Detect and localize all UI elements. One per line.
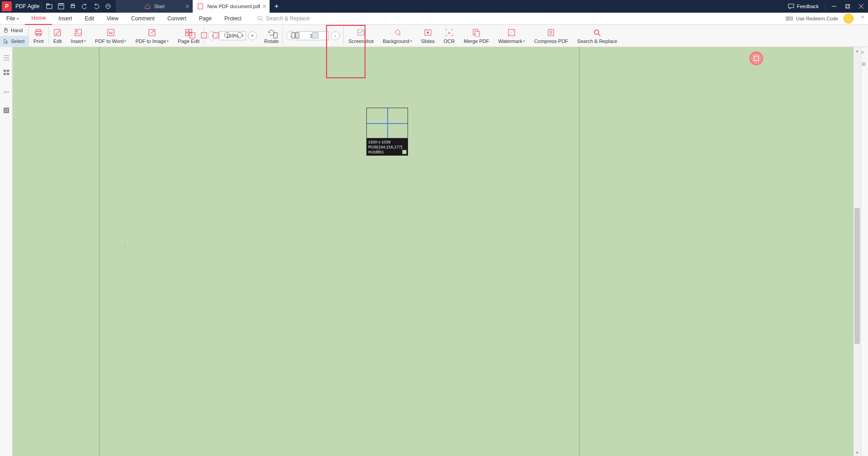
save-icon[interactable] <box>55 0 67 13</box>
underline-tool-icon[interactable] <box>199 30 209 40</box>
menu-convert[interactable]: Convert <box>161 13 193 25</box>
menu-protect[interactable]: Protect <box>218 13 248 25</box>
screenshot-button[interactable]: Screenshot <box>344 25 378 47</box>
menu-edit[interactable]: Edit <box>78 13 100 25</box>
highlight-tool-icon[interactable] <box>187 30 197 40</box>
close-icon[interactable]: × <box>262 3 266 10</box>
collapse-ribbon-button[interactable]: ⌃ <box>857 15 868 22</box>
two-page-icon[interactable] <box>290 30 300 40</box>
merge-icon <box>472 28 480 37</box>
scroll-thumb[interactable] <box>854 208 860 344</box>
feedback-button[interactable]: Feedback <box>783 4 823 9</box>
menu-home[interactable]: Home <box>25 13 52 25</box>
new-tab-button[interactable]: + <box>270 0 283 13</box>
tab-strip: Start × New PDF document.pdf × + <box>116 0 283 13</box>
menubar: File Home Insert Edit View Comment Conve… <box>0 13 868 25</box>
home-icon[interactable] <box>102 0 114 13</box>
undo-icon[interactable] <box>79 0 90 13</box>
search-box[interactable]: Search & Replace <box>257 15 310 22</box>
svg-point-45 <box>594 30 599 34</box>
compress-pdf-button[interactable]: Compress PDF <box>530 25 573 47</box>
pdf-to-image-button[interactable]: PDF to Image <box>131 25 173 47</box>
minimize-button[interactable] <box>827 0 841 13</box>
merge-pdf-button[interactable]: Merge PDF <box>459 25 493 47</box>
crosshair-vertical <box>387 108 388 138</box>
floating-action-button[interactable] <box>749 52 763 65</box>
insert-button[interactable]: Insert <box>66 25 91 47</box>
background-button[interactable]: Background <box>378 25 417 47</box>
user-avatar[interactable] <box>844 14 854 24</box>
pdf-file-icon <box>197 3 204 10</box>
screenshot-label: Screenshot <box>348 38 374 44</box>
tab-start[interactable]: Start × <box>116 0 193 13</box>
svg-point-31 <box>153 31 154 32</box>
thumbnails-panel-icon[interactable] <box>2 68 11 77</box>
scroll-track[interactable] <box>854 54 861 449</box>
watermark-button[interactable]: Watermark <box>494 25 530 47</box>
search-replace-button[interactable]: Search & Replace <box>573 25 622 47</box>
scroll-up-button[interactable]: ▴ <box>854 47 861 54</box>
svg-rect-48 <box>201 33 207 38</box>
menu-comment[interactable]: Comment <box>125 13 161 25</box>
pdf-to-word-label: PDF to Word <box>95 38 126 44</box>
ocr-button[interactable]: A OCR <box>439 25 459 47</box>
tab-document[interactable]: New PDF document.pdf × <box>193 0 270 13</box>
vertical-scrollbar[interactable]: ▴ ▾ <box>854 47 861 456</box>
menu-view[interactable]: View <box>100 13 125 25</box>
print-icon[interactable] <box>67 0 79 13</box>
svg-rect-7 <box>198 4 203 9</box>
svg-rect-54 <box>313 33 318 38</box>
scroll-down-button[interactable]: ▾ <box>854 449 861 456</box>
next-page-button[interactable]: › <box>331 31 340 40</box>
strikeout-tool-icon[interactable] <box>211 30 221 40</box>
document-canvas[interactable]: 1920 x 1039 RGB(194,216,177) #c2d8b1 <box>13 47 854 456</box>
hand-label: Hand <box>11 28 23 33</box>
svg-rect-23 <box>36 29 41 31</box>
open-icon[interactable] <box>43 0 55 13</box>
search-placeholder: Search & Replace <box>266 15 310 22</box>
menu-page[interactable]: Page <box>193 13 218 25</box>
rotate-left-icon[interactable] <box>223 30 232 40</box>
search-icon <box>257 15 263 22</box>
hand-mode-button[interactable]: Hand <box>0 25 28 36</box>
app-logo: P <box>2 1 12 11</box>
magnifier-info: 1920 x 1039 RGB(194,216,177) #c2d8b1 <box>366 138 408 156</box>
svg-rect-64 <box>754 56 759 61</box>
signature-panel-icon[interactable] <box>2 87 11 96</box>
cursor-icon <box>3 38 9 44</box>
redeem-button[interactable]: Use Redeem Code <box>786 16 838 21</box>
menu-insert[interactable]: Insert <box>52 13 78 25</box>
continuous-page-icon[interactable] <box>310 30 320 40</box>
mini-tool-2-icon[interactable]: ⊞ <box>862 62 868 68</box>
print-button[interactable]: Print <box>29 25 48 47</box>
single-page-icon[interactable] <box>270 30 280 40</box>
app-title: PDF Agile <box>15 3 39 10</box>
tab-label: Start <box>154 4 165 9</box>
svg-rect-59 <box>7 70 9 72</box>
menu-file[interactable]: File <box>0 13 25 25</box>
play-icon <box>424 28 432 37</box>
redo-icon[interactable] <box>90 0 102 13</box>
bookmarks-panel-icon[interactable] <box>2 53 11 62</box>
close-button[interactable] <box>854 0 868 13</box>
slides-button[interactable]: Slides <box>417 25 439 47</box>
background-label: Background <box>383 38 412 44</box>
page-edge-right <box>578 47 580 456</box>
magnifier-view <box>366 108 408 138</box>
titlebar: P PDF Agile Start × New PDF document.pdf… <box>0 0 868 13</box>
pdf-to-word-button[interactable]: W PDF to Word <box>90 25 131 47</box>
maximize-button[interactable] <box>841 0 854 13</box>
mini-tool-1-icon[interactable]: ≡ <box>862 50 868 56</box>
svg-point-14 <box>258 16 261 20</box>
zoom-in-button[interactable]: + <box>248 31 257 40</box>
select-mode-button[interactable]: Select <box>0 36 28 47</box>
close-icon[interactable]: × <box>185 3 189 10</box>
mode-column: Hand Select <box>0 25 29 47</box>
rotate-right-icon[interactable] <box>234 30 244 40</box>
word-icon: W <box>107 28 115 37</box>
edit-button[interactable]: Edit <box>49 25 66 47</box>
search-panel-icon[interactable] <box>2 106 11 115</box>
pdf-to-image-label: PDF to Image <box>135 38 169 44</box>
svg-text:A: A <box>448 31 451 35</box>
image-icon <box>74 28 82 37</box>
